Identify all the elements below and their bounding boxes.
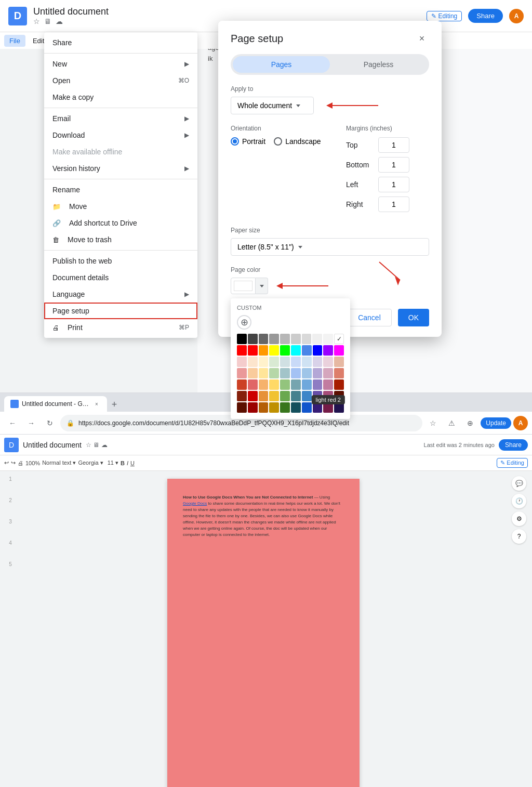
toolbar-redo[interactable]: ↪ — [11, 460, 16, 466]
color-cyan[interactable] — [291, 345, 301, 356]
color-black[interactable] — [237, 334, 247, 344]
color-red-berry[interactable] — [237, 345, 247, 356]
color-dark-yellow-1[interactable] — [269, 391, 279, 401]
color-green[interactable] — [280, 345, 290, 356]
landscape-radio[interactable] — [274, 137, 282, 146]
browser-tab[interactable]: Untitled document - Google D × — [4, 396, 107, 412]
tab-pages[interactable]: Pages — [233, 56, 330, 73]
menu-page-setup[interactable]: Page setup — [44, 303, 197, 319]
color-purple[interactable] — [323, 345, 333, 356]
color-dark2-cyan[interactable] — [291, 402, 301, 413]
color-light-cyan-3[interactable] — [291, 357, 301, 367]
add-custom-color-button[interactable]: ⊕ — [237, 315, 251, 330]
toolbar-print[interactable]: 🖨 — [18, 460, 23, 466]
color-light-green-3[interactable] — [280, 357, 290, 367]
menu-email[interactable]: Email ▶ — [44, 110, 197, 127]
dialog-close-button[interactable]: × — [415, 31, 429, 46]
tab-pageless[interactable]: Pageless — [330, 56, 427, 73]
color-yellow[interactable] — [269, 345, 279, 356]
new-tab-button[interactable]: + — [107, 397, 122, 412]
color-dark-red-berry-1[interactable] — [237, 391, 247, 401]
color-purple-1[interactable]: light red 2 — [323, 379, 333, 390]
color-light-cornflower-3[interactable] — [302, 357, 312, 367]
color-light-blue-2[interactable] — [313, 368, 323, 378]
landscape-option[interactable]: Landscape — [274, 137, 321, 146]
menu-open[interactable]: Open ⌘O — [44, 72, 197, 89]
margin-bottom-input[interactable] — [378, 157, 409, 173]
menu-share[interactable]: Share — [44, 34, 197, 51]
paper-size-select[interactable]: Letter (8.5" x 11") — [231, 238, 429, 256]
tab-close-button[interactable]: × — [92, 400, 101, 408]
color-red-berry-1[interactable] — [237, 379, 247, 390]
color-light-cornflower-2[interactable] — [302, 368, 312, 378]
color-red[interactable] — [248, 345, 258, 356]
menu-move-trash[interactable]: 🗑 Move to trash — [44, 231, 197, 248]
cloud-icon[interactable]: ☁ — [56, 17, 63, 25]
toolbar-bold[interactable]: B — [121, 460, 125, 466]
color-cornflower-blue[interactable] — [302, 345, 312, 356]
right-panel-history[interactable]: 🕐 — [512, 494, 526, 508]
color-light-magenta-3[interactable] — [334, 357, 344, 367]
color-dark2-cornflower[interactable] — [302, 402, 312, 413]
color-light-purple-2[interactable] — [323, 368, 333, 378]
right-panel-more[interactable]: ? — [512, 529, 526, 544]
menu-print[interactable]: 🖨 Print ⌘P — [44, 319, 197, 336]
color-light-purple-3[interactable] — [323, 357, 333, 367]
color-dark-gray-4[interactable] — [248, 334, 258, 344]
menu-add-shortcut[interactable]: 🔗 Add shortcut to Drive — [44, 215, 197, 231]
margin-left-input[interactable] — [378, 177, 409, 192]
portrait-radio[interactable] — [231, 137, 239, 146]
color-light-gray-3[interactable] — [323, 334, 333, 344]
toolbar-undo[interactable]: ↩ — [4, 460, 9, 466]
color-cyan-1[interactable] — [291, 379, 301, 390]
color-red-1[interactable] — [248, 379, 258, 390]
color-light-gray-2[interactable] — [312, 334, 322, 344]
color-dark-orange-1[interactable] — [259, 391, 269, 401]
margin-top-input[interactable] — [378, 137, 409, 153]
menu-publish[interactable]: Publish to the web — [44, 253, 197, 269]
color-orange[interactable] — [259, 345, 269, 356]
menu-new[interactable]: New ▶ — [44, 56, 197, 72]
bookmark-button[interactable]: ☆ — [424, 415, 441, 431]
color-blue-1[interactable] — [313, 379, 323, 390]
color-dark-gray-1[interactable] — [280, 334, 290, 344]
toolbar-font[interactable]: Georgia ▾ — [78, 460, 103, 466]
toolbar-fontsize[interactable]: 11 ▾ — [108, 460, 118, 466]
color-dark-cyan-1[interactable] — [291, 391, 301, 401]
reload-button[interactable]: ↻ — [42, 415, 58, 431]
color-light-orange-2[interactable] — [259, 368, 269, 378]
menu-rename[interactable]: Rename — [44, 181, 197, 198]
mini-share-btn[interactable]: Share — [499, 439, 528, 451]
cancel-button[interactable]: Cancel — [347, 309, 392, 326]
color-green-1[interactable] — [280, 379, 290, 390]
menu-doc-details[interactable]: Document details — [44, 269, 197, 286]
google-docs-link[interactable]: Google Docs — [183, 501, 207, 506]
color-dark2-red-berry[interactable] — [237, 402, 247, 413]
color-dark2-green[interactable] — [280, 402, 290, 413]
right-panel-settings[interactable]: ⚙ — [512, 511, 526, 526]
color-yellow-1[interactable] — [269, 379, 279, 390]
color-dark2-yellow[interactable] — [269, 402, 279, 413]
star-icon[interactable]: ☆ — [33, 17, 40, 25]
monitor-icon[interactable]: 🖥 — [44, 17, 51, 25]
menu-file[interactable]: File — [4, 35, 25, 47]
toolbar-italic[interactable]: I — [127, 460, 128, 466]
color-light-red-3[interactable] — [248, 357, 258, 367]
right-panel-comments[interactable]: 💬 — [512, 476, 526, 491]
color-light-cyan-2[interactable] — [291, 368, 301, 378]
margin-right-input[interactable] — [378, 196, 409, 212]
profile-button[interactable]: A — [513, 416, 528, 430]
back-button[interactable]: ← — [4, 415, 21, 431]
color-dark-green-1[interactable] — [280, 391, 290, 401]
color-light-magenta-2[interactable] — [334, 368, 344, 378]
update-button[interactable]: Update — [481, 417, 511, 429]
color-light-red-berry-2[interactable] — [237, 368, 247, 378]
color-magenta-1[interactable] — [334, 379, 344, 390]
toolbar-underline[interactable]: U — [130, 460, 135, 466]
color-dark-cornflower-1[interactable] — [302, 391, 312, 401]
color-light-red-2[interactable] — [248, 368, 258, 378]
portrait-option[interactable]: Portrait — [231, 137, 265, 146]
color-light-blue-3[interactable] — [313, 357, 323, 367]
color-light-gray-1[interactable] — [302, 334, 312, 344]
toolbar-style[interactable]: Normal text ▾ — [42, 460, 76, 466]
